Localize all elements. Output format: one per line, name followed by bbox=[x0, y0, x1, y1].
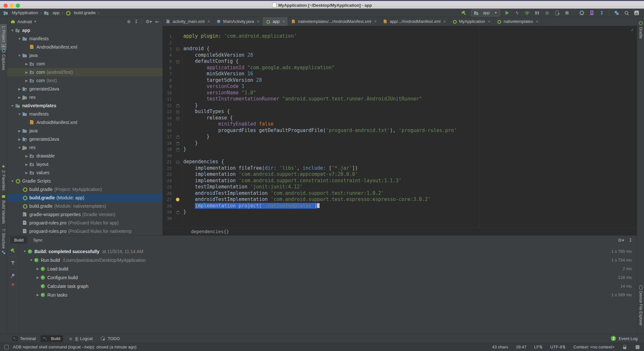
build-tree-row[interactable]: ▶Run tasks1 s 589 ms bbox=[19, 290, 637, 299]
avatar-icon[interactable] bbox=[634, 10, 639, 16]
tree-row[interactable]: ▼Gradle Scripts bbox=[7, 177, 162, 185]
tree-collapsed-icon[interactable]: ▶ bbox=[35, 276, 41, 279]
code-line[interactable]: 2 bbox=[163, 40, 637, 46]
project-structure-icon[interactable] bbox=[614, 10, 620, 16]
settings-icon[interactable]: ⚙▾ bbox=[146, 19, 152, 24]
tree-collapsed-icon[interactable]: ▶ bbox=[35, 293, 41, 297]
sidebar-item-captures[interactable]: Captures bbox=[0, 47, 7, 72]
stop-icon[interactable] bbox=[564, 10, 570, 16]
build-tab-sync[interactable]: Sync bbox=[29, 236, 46, 244]
run-icon[interactable] bbox=[504, 10, 510, 16]
sidebar-item-7-structure[interactable]: 7: Structure bbox=[0, 227, 7, 256]
device-run-icon[interactable] bbox=[554, 10, 560, 16]
tree-row[interactable]: ▼java bbox=[7, 51, 162, 60]
apply-changes-icon[interactable]: ϟ bbox=[514, 10, 520, 16]
tree-row[interactable]: ▶com(test) bbox=[7, 76, 162, 85]
code-line[interactable]: 6 applicationId "com.google.ads.myapplic… bbox=[163, 65, 637, 71]
tree-row[interactable]: ▼nativetemplates bbox=[7, 101, 162, 110]
debug-icon[interactable] bbox=[524, 10, 530, 16]
fold-marker[interactable]: ^ bbox=[174, 146, 181, 153]
code-line[interactable]: 9 versionCode 1 bbox=[163, 83, 637, 90]
tree-collapsed-icon[interactable]: ▶ bbox=[24, 62, 29, 66]
tree-collapsed-icon[interactable]: ▶ bbox=[24, 71, 29, 74]
code-line[interactable]: 26 androidTestImplementation 'com.androi… bbox=[163, 190, 637, 197]
tree-expanded-icon[interactable]: ▼ bbox=[10, 29, 15, 32]
event-log-button[interactable]: 2 Event Log bbox=[611, 336, 644, 341]
tree-row[interactable]: ▼app bbox=[7, 26, 162, 34]
inspections-ok-icon[interactable]: ✓ bbox=[631, 27, 634, 32]
code-line[interactable]: 13− buildTypes { bbox=[163, 109, 637, 115]
sidebar-item-device-file-explorer[interactable]: Device File Explorer bbox=[637, 283, 644, 327]
sidebar-item-gradle[interactable]: Gradle bbox=[637, 19, 644, 40]
build-tree-row[interactable]: ▼Build: completed successfullyat 11/5/18… bbox=[19, 247, 637, 256]
build-tree-row[interactable]: ▶Configure build128 ms bbox=[19, 273, 637, 282]
fold-expand-icon[interactable]: ^ bbox=[176, 142, 179, 145]
fold-collapse-icon[interactable]: − bbox=[176, 161, 179, 164]
close-x-icon[interactable]: × bbox=[10, 282, 16, 288]
tree-expanded-icon[interactable]: ▼ bbox=[17, 37, 22, 41]
close-icon[interactable]: × bbox=[283, 19, 285, 24]
fold-collapse-icon[interactable]: − bbox=[176, 117, 179, 120]
intention-bulb-icon[interactable] bbox=[176, 198, 179, 201]
code-line[interactable]: 17^ } bbox=[163, 134, 637, 140]
code-line[interactable]: 12^ } bbox=[163, 102, 637, 109]
build-tree-row[interactable]: Calculate task graph14 ms bbox=[19, 282, 637, 290]
tree-row[interactable]: ▼res bbox=[7, 143, 162, 152]
tree-row[interactable]: ▶com bbox=[7, 60, 162, 68]
build-tab-build[interactable]: Build bbox=[10, 236, 27, 244]
breadcrumb-item[interactable]: app bbox=[44, 10, 60, 15]
build-tree-row[interactable]: ▶Load build2 ms bbox=[19, 264, 637, 273]
tree-row[interactable]: ▶drawable bbox=[7, 152, 162, 160]
code-line[interactable]: 25 testImplementation 'junit:junit:4.12' bbox=[163, 184, 637, 190]
toolwindow-button-todo[interactable]: TODO bbox=[98, 335, 123, 342]
close-icon[interactable]: × bbox=[257, 19, 259, 24]
pin-icon[interactable] bbox=[10, 273, 16, 279]
code-line[interactable]: 18^ } bbox=[163, 140, 637, 147]
tree-collapsed-icon[interactable]: ▶ bbox=[17, 96, 22, 99]
fold-collapse-icon[interactable]: − bbox=[176, 110, 179, 114]
fold-marker[interactable]: − bbox=[174, 115, 181, 121]
code-line[interactable]: 30 bbox=[163, 215, 637, 222]
tree-expanded-icon[interactable]: ▼ bbox=[17, 146, 22, 149]
tree-row[interactable]: ▶com(androidTest) bbox=[7, 68, 162, 76]
tree-collapsed-icon[interactable]: ▶ bbox=[24, 163, 29, 166]
status-widget-3[interactable]: UTF-8⇅ bbox=[550, 345, 566, 349]
tree-expanded-icon[interactable]: ▼ bbox=[10, 104, 15, 108]
tree-collapsed-icon[interactable]: ▶ bbox=[17, 138, 22, 141]
tree-collapsed-icon[interactable]: ▶ bbox=[24, 171, 29, 175]
code-line[interactable]: 24 implementation 'com.android.support.c… bbox=[163, 178, 637, 184]
status-widget-1[interactable]: 28:47 bbox=[516, 345, 526, 349]
breadcrumb-item[interactable]: MyApplication bbox=[3, 10, 38, 15]
code-line[interactable]: 21−dependencies { bbox=[163, 159, 637, 165]
project-view-selector[interactable]: Android bbox=[17, 19, 32, 24]
code-line[interactable]: 8 targetSdkVersion 28 bbox=[163, 77, 637, 84]
code-line[interactable]: 10 versionName "1.0" bbox=[163, 90, 637, 96]
filter-icon[interactable] bbox=[10, 260, 16, 266]
code-line[interactable]: 19^} bbox=[163, 146, 637, 153]
code-line[interactable]: 16 proguardFiles getDefaultProguardFile(… bbox=[163, 128, 637, 134]
tree-row[interactable]: ▼manifests bbox=[7, 34, 162, 43]
sidebar-item-build-variants[interactable]: Build Variants bbox=[0, 193, 7, 225]
tree-row[interactable]: build.gradle(Module: nativetemplates) bbox=[7, 202, 162, 210]
fold-expand-icon[interactable]: ^ bbox=[176, 136, 179, 139]
build-hammer-icon[interactable] bbox=[10, 248, 16, 253]
status-widget-4[interactable]: Context: <no context> bbox=[573, 345, 614, 349]
code-editor[interactable]: ✓ 1apply plugin: 'com.android.applicatio… bbox=[163, 26, 637, 228]
tool-window-switcher-icon[interactable] bbox=[4, 345, 9, 350]
tree-expanded-icon[interactable]: ▼ bbox=[28, 258, 34, 262]
code-line[interactable]: 7 minSdkVersion 16 bbox=[163, 71, 637, 77]
tree-row[interactable]: AndroidManifest.xml bbox=[7, 43, 162, 51]
code-line[interactable]: 15 minifyEnabled false bbox=[163, 121, 637, 128]
tree-row[interactable]: ▶generatedJava bbox=[7, 135, 162, 143]
tree-expanded-icon[interactable]: ▼ bbox=[17, 54, 22, 57]
fold-marker[interactable]: ^ bbox=[174, 134, 181, 140]
tree-expanded-icon[interactable]: ▼ bbox=[10, 179, 15, 183]
toolwindow-button-build[interactable]: ↓Build bbox=[41, 335, 63, 342]
code-line[interactable]: 27 androidTestImplementation 'com.androi… bbox=[163, 196, 637, 203]
close-icon[interactable]: × bbox=[488, 19, 491, 24]
fold-marker[interactable]: ^ bbox=[174, 102, 181, 109]
fold-marker[interactable]: ^ bbox=[174, 209, 181, 215]
toolwindow-button-terminal[interactable]: Terminal bbox=[10, 335, 39, 342]
attach-debugger-icon[interactable]: ⊘ bbox=[544, 10, 550, 16]
code-line[interactable]: 3−android { bbox=[163, 46, 637, 52]
